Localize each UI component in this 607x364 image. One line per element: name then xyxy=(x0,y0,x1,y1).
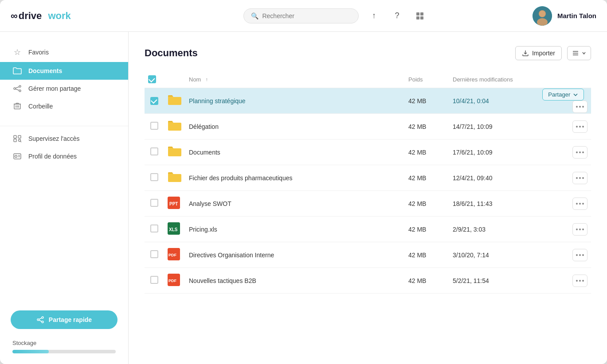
th-actions xyxy=(538,71,591,88)
more-actions-button[interactable] xyxy=(572,275,587,287)
app-container: ∞ drive work 🔍 ↑ ? xyxy=(0,0,607,364)
file-name: Fichier des produits pharmaceutiques xyxy=(185,165,405,191)
svg-point-28 xyxy=(37,319,39,321)
upload-button[interactable]: ↑ xyxy=(366,8,382,24)
share-button[interactable]: Partager xyxy=(542,89,584,101)
table-row[interactable]: Documents42 MB17/6/21, 10:09 xyxy=(145,139,591,165)
more-actions-button[interactable] xyxy=(572,172,587,184)
sidebar-item-profil[interactable]: Profil de données xyxy=(0,147,128,165)
svg-point-9 xyxy=(14,88,16,89)
more-actions-button[interactable] xyxy=(572,146,587,159)
pdf-icon: PDF xyxy=(168,274,180,286)
partage-rapide-button[interactable]: Partage rapide xyxy=(11,310,117,329)
sidebar-item-favoris[interactable]: ☆ Favoris xyxy=(0,43,128,62)
grid-button[interactable] xyxy=(412,8,428,24)
file-date: 2/9/21, 3:03 xyxy=(449,217,538,242)
th-size[interactable]: Poids xyxy=(405,71,449,88)
trash-nav-svg xyxy=(13,102,21,110)
content-area: Documents Importer xyxy=(129,32,607,364)
folder-icon xyxy=(168,145,182,158)
table-row[interactable]: Délégation42 MB14/7/21, 10:09 xyxy=(145,114,591,139)
dot3 xyxy=(582,203,584,205)
user-section[interactable]: Martin Talon xyxy=(533,6,596,26)
content-header: Documents Importer xyxy=(145,46,591,60)
list-icon xyxy=(572,50,579,57)
xls-svg: XLS xyxy=(168,222,180,235)
dot3 xyxy=(582,280,584,282)
file-size: 42 MB xyxy=(405,88,449,114)
row-checkbox[interactable] xyxy=(150,250,158,258)
search-bar[interactable]: 🔍 xyxy=(243,8,359,23)
avatar-svg xyxy=(533,6,552,26)
row-checkbox[interactable] xyxy=(150,225,158,232)
more-actions-button[interactable] xyxy=(572,120,587,133)
more-actions-button[interactable] xyxy=(572,249,587,261)
share-icon xyxy=(12,85,22,93)
table-row[interactable]: PDF Nouvelles tactiques B2B42 MB5/2/21, … xyxy=(145,268,591,294)
id-nav-svg xyxy=(13,152,22,160)
file-table: Nom ↑ Poids Dernières modifications Plan… xyxy=(145,71,591,294)
svg-rect-3 xyxy=(420,16,423,19)
more-actions-button[interactable] xyxy=(572,101,587,113)
th-name[interactable]: Nom ↑ xyxy=(185,71,405,88)
star-icon: ☆ xyxy=(12,47,22,57)
file-actions-cell xyxy=(538,217,591,242)
svg-text:PDF: PDF xyxy=(168,279,177,283)
table-row[interactable]: Planning stratégique42 MB10/4/21, 0:04 P… xyxy=(145,88,591,114)
sidebar-item-label-partage: Gérer mon partage xyxy=(28,85,81,92)
sidebar-item-corbeille[interactable]: Corbeille xyxy=(0,97,128,115)
file-icon-cell: XLS xyxy=(164,217,185,242)
header-checkbox[interactable] xyxy=(148,75,156,83)
table-row[interactable]: Fichier des produits pharmaceutiques42 M… xyxy=(145,165,591,191)
file-size: 42 MB xyxy=(405,165,449,191)
help-button[interactable]: ? xyxy=(389,8,405,24)
file-size: 42 MB xyxy=(405,114,449,139)
svg-rect-2 xyxy=(416,16,419,19)
chevron-down-share-icon xyxy=(573,92,578,97)
svg-point-7 xyxy=(539,11,545,17)
xls-icon: XLS xyxy=(168,222,180,235)
more-actions-button[interactable] xyxy=(572,223,587,236)
row-checkbox[interactable] xyxy=(150,276,158,284)
table-row[interactable]: PPT Analyse SWOT42 MB18/6/21, 11:43 xyxy=(145,191,591,217)
dot1 xyxy=(576,151,578,153)
row-checkbox[interactable] xyxy=(150,97,158,105)
file-actions-cell xyxy=(538,242,591,268)
svg-rect-20 xyxy=(14,139,16,142)
scan-icon xyxy=(12,135,22,143)
view-toggle-button[interactable] xyxy=(567,46,591,60)
file-name: Documents xyxy=(185,139,405,165)
storage-bar xyxy=(12,350,116,353)
row-checkbox[interactable] xyxy=(150,147,158,155)
partage-icon xyxy=(36,316,44,324)
main-area: ☆ Favoris Documents xyxy=(0,32,607,364)
logo-drive: drive xyxy=(19,10,42,22)
sidebar-item-partage[interactable]: Gérer mon partage xyxy=(0,80,128,97)
svg-point-10 xyxy=(19,90,21,92)
dot1 xyxy=(576,228,578,230)
import-btn-label: Importer xyxy=(532,50,555,57)
table-row[interactable]: XLS Pricing.xls42 MB2/9/21, 3:03 xyxy=(145,217,591,242)
import-icon xyxy=(522,50,529,57)
file-actions-cell xyxy=(538,268,591,294)
dot3 xyxy=(582,254,584,256)
table-row[interactable]: PDF Directives Organisation Interne42 MB… xyxy=(145,242,591,268)
sidebar-item-documents[interactable]: Documents xyxy=(0,62,128,80)
file-name: Pricing.xls xyxy=(185,217,405,242)
id-icon xyxy=(12,152,22,160)
th-date[interactable]: Dernières modifications xyxy=(449,71,538,88)
import-button[interactable]: Importer xyxy=(515,46,562,60)
search-input[interactable] xyxy=(262,12,351,19)
row-checkbox[interactable] xyxy=(150,173,158,181)
file-name: Planning stratégique xyxy=(185,88,405,114)
dot3 xyxy=(582,106,584,108)
sidebar-item-supervisez[interactable]: Supervisez l'accès xyxy=(0,130,128,147)
row-checkbox[interactable] xyxy=(150,199,158,207)
file-size: 42 MB xyxy=(405,268,449,294)
sidebar-item-label-favoris: Favoris xyxy=(28,49,49,56)
row-checkbox[interactable] xyxy=(150,122,158,130)
file-icon-cell: PPT xyxy=(164,191,185,217)
more-actions-button[interactable] xyxy=(572,197,587,210)
nav-section-1: ☆ Favoris Documents xyxy=(0,43,128,122)
user-name: Martin Talon xyxy=(557,12,596,19)
